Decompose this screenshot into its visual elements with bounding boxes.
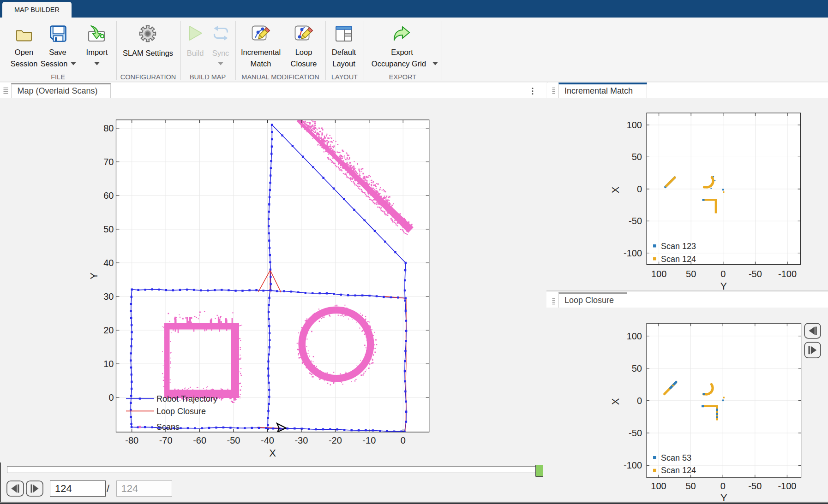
svg-text:-100: -100: [624, 460, 642, 470]
svg-text:0: 0: [108, 392, 114, 403]
svg-text:0: 0: [401, 435, 406, 445]
svg-text:100: 100: [627, 120, 642, 130]
svg-text:X: X: [610, 398, 621, 405]
svg-text:X: X: [610, 186, 621, 193]
svg-text:40: 40: [103, 258, 114, 268]
svg-text:-100: -100: [778, 269, 797, 279]
svg-text:-100: -100: [778, 481, 796, 491]
svg-text:100: 100: [627, 331, 642, 341]
svg-text:Y: Y: [720, 280, 727, 291]
svg-text:-60: -60: [193, 435, 206, 445]
svg-text:-50: -50: [227, 435, 240, 445]
svg-text:0: 0: [637, 396, 642, 406]
svg-text:Loop Closure: Loop Closure: [156, 407, 206, 416]
svg-text:X: X: [269, 447, 276, 459]
svg-text:50: 50: [632, 363, 642, 374]
svg-text:70: 70: [103, 157, 114, 167]
svg-text:Robot Trajectory: Robot Trajectory: [156, 394, 217, 403]
svg-text:80: 80: [103, 123, 114, 133]
svg-text:Scans: Scans: [156, 422, 180, 432]
svg-text:100: 100: [651, 481, 666, 491]
svg-text:-80: -80: [125, 435, 138, 445]
svg-text:-50: -50: [629, 428, 642, 438]
svg-text:-50: -50: [629, 216, 642, 226]
svg-text:60: 60: [103, 190, 114, 201]
svg-text:-70: -70: [159, 435, 173, 445]
svg-text:30: 30: [103, 291, 114, 302]
svg-text:-30: -30: [294, 435, 308, 445]
svg-text:50: 50: [686, 269, 696, 279]
svg-text:Scan 123: Scan 123: [661, 242, 696, 251]
svg-text:Scan 124: Scan 124: [661, 466, 696, 475]
svg-text:20: 20: [103, 325, 114, 335]
svg-text:100: 100: [651, 269, 666, 279]
svg-text:-10: -10: [362, 435, 376, 445]
svg-text:Scan 124: Scan 124: [661, 255, 696, 264]
svg-text:0: 0: [637, 184, 642, 194]
svg-text:-50: -50: [748, 481, 762, 491]
svg-text:10: 10: [103, 359, 114, 369]
svg-text:50: 50: [632, 152, 642, 162]
svg-text:-50: -50: [749, 269, 762, 279]
svg-text:50: 50: [685, 481, 696, 491]
svg-text:0: 0: [720, 269, 726, 279]
svg-text:Y: Y: [88, 273, 100, 279]
svg-text:-20: -20: [329, 435, 342, 445]
svg-text:-100: -100: [624, 248, 642, 258]
svg-text:Scan 53: Scan 53: [661, 453, 691, 462]
svg-text:50: 50: [103, 224, 114, 234]
svg-text:-40: -40: [261, 435, 274, 445]
svg-text:0: 0: [720, 481, 726, 491]
